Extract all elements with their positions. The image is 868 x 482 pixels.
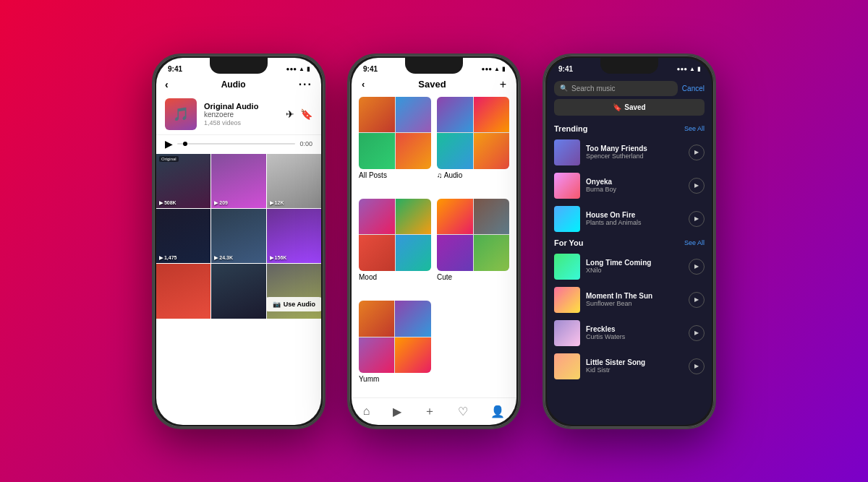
tab-home[interactable]: ⌂ xyxy=(363,405,370,418)
play-button[interactable]: ▶ xyxy=(689,325,705,341)
collections-grid: All Posts ♫ Audio xyxy=(352,97,516,397)
music-item[interactable]: Too Many Friends Spencer Sutherland ▶ xyxy=(547,136,712,169)
search-input-box[interactable]: 🔍 Search music xyxy=(554,81,678,96)
back-button[interactable]: ‹ xyxy=(165,79,169,90)
video-cell[interactable]: ▶ 24.3K xyxy=(211,209,265,263)
video-cell[interactable] xyxy=(211,264,265,318)
audio-thumbnail: 🎵 xyxy=(165,98,197,130)
music-item[interactable]: Long Time Coming XNilo ▶ xyxy=(547,250,712,283)
collection-thumbnail xyxy=(359,301,431,373)
collection-name: Yumm xyxy=(359,375,431,383)
collection-thumbnail xyxy=(359,199,431,271)
signal-icon: ●●● xyxy=(482,66,493,72)
music-item[interactable]: House On Fire Plants and Animals ▶ xyxy=(547,202,712,236)
collection-thumbnail xyxy=(359,97,431,169)
coll-thumb-img xyxy=(359,133,395,169)
play-button[interactable]: ▶ xyxy=(689,259,705,275)
music-info: Little Sister Song Kid Sistr xyxy=(586,358,683,374)
phone-saved: 9:41 ●●● ▲ ▮ ‹ Saved + All Posts xyxy=(347,53,521,429)
tab-create[interactable]: ＋ xyxy=(424,404,435,419)
music-info: Freckles Curtis Waters xyxy=(586,325,683,340)
bookmark-icon[interactable]: 🔖 xyxy=(300,108,312,120)
video-cell[interactable]: ▶ 12K xyxy=(267,154,321,208)
more-options-button[interactable]: ··· xyxy=(299,78,312,91)
wifi-icon: ▲ xyxy=(494,66,500,72)
collection-yumm[interactable]: Yumm xyxy=(359,301,431,397)
audio-header: ‹ Audio ··· xyxy=(156,78,321,95)
music-artist: Sunflower Bean xyxy=(586,300,683,307)
cancel-button[interactable]: Cancel xyxy=(682,85,705,92)
status-time-2: 9:41 xyxy=(363,65,378,73)
music-item[interactable]: Moment In The Sun Sunflower Bean ▶ xyxy=(547,283,712,317)
play-button[interactable]: ▶ xyxy=(689,178,705,194)
video-cell[interactable]: ▶ 209 xyxy=(211,154,265,208)
coll-thumb-img xyxy=(474,133,510,169)
tab-bar: ⌂ ▶ ＋ ♡ 👤 xyxy=(352,397,516,425)
status-time-3: 9:41 xyxy=(558,65,573,73)
tab-likes[interactable]: ♡ xyxy=(458,405,468,418)
music-info: Moment In The Sun Sunflower Bean xyxy=(586,292,683,307)
for-you-see-all[interactable]: See All xyxy=(684,239,705,246)
trending-see-all[interactable]: See All xyxy=(684,125,705,132)
video-view-count: ▶ 209 xyxy=(214,200,228,206)
music-art xyxy=(554,320,580,346)
music-artist: Kid Sistr xyxy=(586,366,683,374)
for-you-section-header: For You See All xyxy=(547,236,712,250)
battery-icon: ▮ xyxy=(502,66,505,72)
signal-icon: ●●● xyxy=(677,66,688,72)
audio-action-buttons: ✈ 🔖 xyxy=(286,108,312,120)
music-info: Long Time Coming XNilo xyxy=(586,259,683,274)
play-button[interactable]: ▶ xyxy=(689,211,705,227)
play-button[interactable]: ▶ xyxy=(689,292,705,308)
saved-tab-button[interactable]: 🔖 Saved xyxy=(554,99,705,116)
music-info: Too Many Friends Spencer Sutherland xyxy=(586,145,683,160)
use-audio-button[interactable]: 📷 Use Audio xyxy=(267,297,321,311)
saved-header: ‹ Saved + xyxy=(352,78,516,97)
collection-cute[interactable]: Cute xyxy=(437,199,509,295)
tab-reels[interactable]: ▶ xyxy=(393,405,401,418)
collection-all-posts[interactable]: All Posts xyxy=(359,97,431,193)
for-you-title: For You xyxy=(554,238,584,247)
video-view-count: ▶ 156K xyxy=(270,255,287,261)
play-button[interactable]: ▶ xyxy=(165,138,173,150)
video-view-count: ▶ 24.3K xyxy=(214,255,233,261)
collection-name: ♫ Audio xyxy=(437,171,509,179)
music-item[interactable]: Freckles Curtis Waters ▶ xyxy=(547,317,712,350)
coll-thumb-img xyxy=(437,97,473,133)
coll-thumb-img xyxy=(395,337,430,373)
collection-name: Cute xyxy=(437,273,509,281)
music-title: Freckles xyxy=(586,325,683,333)
progress-bar[interactable] xyxy=(177,143,295,145)
play-button[interactable]: ▶ xyxy=(689,145,705,160)
add-collection-button[interactable]: + xyxy=(500,78,506,91)
video-cell[interactable]: Original ▶ 508K xyxy=(156,154,210,208)
video-view-count: ▶ 12K xyxy=(270,200,284,206)
music-artist: Burna Boy xyxy=(586,186,683,193)
collection-audio[interactable]: ♫ Audio xyxy=(437,97,509,193)
play-button[interactable]: ▶ xyxy=(689,358,705,374)
tab-profile[interactable]: 👤 xyxy=(490,405,505,418)
camera-icon: 📷 xyxy=(273,301,281,308)
phone-audio: 9:41 ●●● ▲ ▮ ‹ Audio ··· 🎵 Original Audi… xyxy=(152,53,326,429)
music-item[interactable]: Onyeka Burna Boy ▶ xyxy=(547,169,712,202)
phone-music: 9:41 ●●● ▲ ▮ 🔍 Search music Cancel 🔖 Sav… xyxy=(542,53,716,429)
bookmark-icon: 🔖 xyxy=(613,103,621,111)
music-title: Long Time Coming xyxy=(586,259,683,267)
back-button[interactable]: ‹ xyxy=(362,79,365,90)
search-input[interactable]: Search music xyxy=(571,85,616,92)
video-cell[interactable]: 📷 Use Audio xyxy=(267,264,321,318)
status-time-1: 9:41 xyxy=(168,65,182,73)
video-cell[interactable]: ▶ 1,475 xyxy=(156,209,210,263)
collection-mood[interactable]: Mood xyxy=(359,199,431,295)
coll-thumb-img xyxy=(437,235,473,271)
video-cell[interactable] xyxy=(156,264,210,318)
coll-thumb-img xyxy=(437,133,473,169)
status-icons-3: ●●● ▲ ▮ xyxy=(677,66,700,72)
music-item[interactable]: Little Sister Song Kid Sistr ▶ xyxy=(547,350,712,383)
notch xyxy=(600,58,658,74)
share-icon[interactable]: ✈ xyxy=(286,108,294,120)
video-cell[interactable]: ▶ 156K xyxy=(267,209,321,263)
collection-thumbnail xyxy=(437,199,509,271)
audio-author: kenzoere xyxy=(204,111,278,119)
audio-art: 🎵 xyxy=(165,98,197,130)
